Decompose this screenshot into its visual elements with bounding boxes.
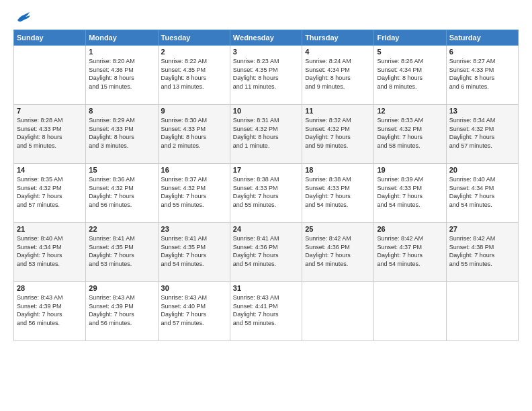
calendar-cell: 8Sunrise: 8:29 AMSunset: 4:33 PMDaylight… bbox=[86, 105, 158, 164]
day-info: Sunrise: 8:40 AMSunset: 4:34 PMDaylight:… bbox=[449, 175, 515, 209]
calendar-cell: 29Sunrise: 8:43 AMSunset: 4:39 PMDayligh… bbox=[86, 282, 158, 341]
day-number: 19 bbox=[377, 166, 443, 174]
calendar-week-1: 1Sunrise: 8:20 AMSunset: 4:36 PMDaylight… bbox=[14, 46, 519, 105]
day-number: 17 bbox=[233, 166, 299, 174]
calendar-week-4: 21Sunrise: 8:40 AMSunset: 4:34 PMDayligh… bbox=[14, 223, 519, 282]
day-number: 8 bbox=[89, 107, 154, 115]
calendar-cell: 5Sunrise: 8:26 AMSunset: 4:34 PMDaylight… bbox=[374, 46, 446, 105]
calendar-cell bbox=[374, 282, 446, 341]
day-number: 26 bbox=[377, 225, 443, 233]
calendar-cell: 4Sunrise: 8:24 AMSunset: 4:34 PMDaylight… bbox=[302, 46, 374, 105]
day-number: 13 bbox=[449, 107, 515, 115]
calendar-cell: 6Sunrise: 8:27 AMSunset: 4:33 PMDaylight… bbox=[446, 46, 518, 105]
header bbox=[13, 11, 519, 23]
calendar-cell: 10Sunrise: 8:31 AMSunset: 4:32 PMDayligh… bbox=[230, 105, 302, 164]
day-info: Sunrise: 8:23 AMSunset: 4:35 PMDaylight:… bbox=[233, 57, 299, 91]
day-info: Sunrise: 8:36 AMSunset: 4:32 PMDaylight:… bbox=[89, 175, 154, 209]
calendar-cell bbox=[14, 46, 86, 105]
day-info: Sunrise: 8:38 AMSunset: 4:33 PMDaylight:… bbox=[233, 175, 299, 209]
day-info: Sunrise: 8:42 AMSunset: 4:38 PMDaylight:… bbox=[449, 234, 515, 268]
day-info: Sunrise: 8:41 AMSunset: 4:35 PMDaylight:… bbox=[161, 234, 227, 268]
day-number: 4 bbox=[305, 48, 371, 56]
calendar-week-5: 28Sunrise: 8:43 AMSunset: 4:39 PMDayligh… bbox=[14, 282, 519, 341]
day-number: 16 bbox=[161, 166, 227, 174]
weekday-header-sunday: Sunday bbox=[14, 30, 86, 46]
day-number: 6 bbox=[449, 48, 515, 56]
day-number: 29 bbox=[89, 284, 154, 292]
calendar-cell: 17Sunrise: 8:38 AMSunset: 4:33 PMDayligh… bbox=[230, 164, 302, 223]
day-number: 23 bbox=[161, 225, 227, 233]
day-info: Sunrise: 8:28 AMSunset: 4:33 PMDaylight:… bbox=[17, 116, 83, 150]
day-info: Sunrise: 8:38 AMSunset: 4:33 PMDaylight:… bbox=[305, 175, 371, 209]
day-info: Sunrise: 8:34 AMSunset: 4:32 PMDaylight:… bbox=[449, 116, 515, 150]
day-number: 12 bbox=[377, 107, 443, 115]
weekday-header-monday: Monday bbox=[86, 30, 158, 46]
weekday-header-tuesday: Tuesday bbox=[158, 30, 230, 46]
day-info: Sunrise: 8:43 AMSunset: 4:39 PMDaylight:… bbox=[17, 293, 83, 327]
calendar-cell: 13Sunrise: 8:34 AMSunset: 4:32 PMDayligh… bbox=[446, 105, 518, 164]
day-info: Sunrise: 8:42 AMSunset: 4:36 PMDaylight:… bbox=[305, 234, 371, 268]
day-info: Sunrise: 8:40 AMSunset: 4:34 PMDaylight:… bbox=[17, 234, 83, 268]
calendar-cell bbox=[446, 282, 518, 341]
day-info: Sunrise: 8:26 AMSunset: 4:34 PMDaylight:… bbox=[377, 57, 443, 91]
day-number: 7 bbox=[17, 107, 83, 115]
logo-bird-icon bbox=[16, 11, 31, 23]
calendar-cell: 21Sunrise: 8:40 AMSunset: 4:34 PMDayligh… bbox=[14, 223, 86, 282]
calendar-cell: 22Sunrise: 8:41 AMSunset: 4:35 PMDayligh… bbox=[86, 223, 158, 282]
calendar-week-3: 14Sunrise: 8:35 AMSunset: 4:32 PMDayligh… bbox=[14, 164, 519, 223]
weekday-header-saturday: Saturday bbox=[446, 30, 518, 46]
weekday-header-row: SundayMondayTuesdayWednesdayThursdayFrid… bbox=[14, 30, 519, 46]
day-info: Sunrise: 8:35 AMSunset: 4:32 PMDaylight:… bbox=[17, 175, 83, 209]
day-number: 9 bbox=[161, 107, 227, 115]
day-info: Sunrise: 8:24 AMSunset: 4:34 PMDaylight:… bbox=[305, 57, 371, 91]
day-info: Sunrise: 8:22 AMSunset: 4:35 PMDaylight:… bbox=[161, 57, 227, 91]
day-info: Sunrise: 8:32 AMSunset: 4:32 PMDaylight:… bbox=[305, 116, 371, 150]
calendar-cell: 16Sunrise: 8:37 AMSunset: 4:32 PMDayligh… bbox=[158, 164, 230, 223]
day-info: Sunrise: 8:20 AMSunset: 4:36 PMDaylight:… bbox=[89, 57, 154, 91]
day-number: 15 bbox=[89, 166, 154, 174]
page: SundayMondayTuesdayWednesdayThursdayFrid… bbox=[0, 0, 532, 411]
calendar-cell: 18Sunrise: 8:38 AMSunset: 4:33 PMDayligh… bbox=[302, 164, 374, 223]
weekday-header-friday: Friday bbox=[374, 30, 446, 46]
calendar-cell: 28Sunrise: 8:43 AMSunset: 4:39 PMDayligh… bbox=[14, 282, 86, 341]
day-info: Sunrise: 8:39 AMSunset: 4:33 PMDaylight:… bbox=[377, 175, 443, 209]
calendar-cell: 19Sunrise: 8:39 AMSunset: 4:33 PMDayligh… bbox=[374, 164, 446, 223]
day-number: 1 bbox=[89, 48, 154, 56]
day-info: Sunrise: 8:27 AMSunset: 4:33 PMDaylight:… bbox=[449, 57, 515, 91]
day-number: 14 bbox=[17, 166, 83, 174]
day-info: Sunrise: 8:31 AMSunset: 4:32 PMDaylight:… bbox=[233, 116, 299, 150]
day-number: 11 bbox=[305, 107, 371, 115]
calendar-cell: 7Sunrise: 8:28 AMSunset: 4:33 PMDaylight… bbox=[14, 105, 86, 164]
day-number: 27 bbox=[449, 225, 515, 233]
calendar-cell: 9Sunrise: 8:30 AMSunset: 4:33 PMDaylight… bbox=[158, 105, 230, 164]
day-number: 25 bbox=[305, 225, 371, 233]
day-number: 18 bbox=[305, 166, 371, 174]
calendar-cell: 14Sunrise: 8:35 AMSunset: 4:32 PMDayligh… bbox=[14, 164, 86, 223]
calendar-table: SundayMondayTuesdayWednesdayThursdayFrid… bbox=[13, 30, 519, 341]
weekday-header-wednesday: Wednesday bbox=[230, 30, 302, 46]
calendar-cell: 11Sunrise: 8:32 AMSunset: 4:32 PMDayligh… bbox=[302, 105, 374, 164]
logo bbox=[13, 11, 32, 23]
calendar-cell: 30Sunrise: 8:43 AMSunset: 4:40 PMDayligh… bbox=[158, 282, 230, 341]
calendar-cell: 25Sunrise: 8:42 AMSunset: 4:36 PMDayligh… bbox=[302, 223, 374, 282]
day-number: 3 bbox=[233, 48, 299, 56]
day-number: 28 bbox=[17, 284, 83, 292]
day-number: 10 bbox=[233, 107, 299, 115]
calendar-cell: 20Sunrise: 8:40 AMSunset: 4:34 PMDayligh… bbox=[446, 164, 518, 223]
day-info: Sunrise: 8:43 AMSunset: 4:41 PMDaylight:… bbox=[233, 293, 299, 327]
day-info: Sunrise: 8:33 AMSunset: 4:32 PMDaylight:… bbox=[377, 116, 443, 150]
day-number: 5 bbox=[377, 48, 443, 56]
calendar-cell: 24Sunrise: 8:41 AMSunset: 4:36 PMDayligh… bbox=[230, 223, 302, 282]
day-info: Sunrise: 8:37 AMSunset: 4:32 PMDaylight:… bbox=[161, 175, 227, 209]
calendar-week-2: 7Sunrise: 8:28 AMSunset: 4:33 PMDaylight… bbox=[14, 105, 519, 164]
calendar-cell: 27Sunrise: 8:42 AMSunset: 4:38 PMDayligh… bbox=[446, 223, 518, 282]
calendar-cell bbox=[302, 282, 374, 341]
weekday-header-thursday: Thursday bbox=[302, 30, 374, 46]
day-info: Sunrise: 8:42 AMSunset: 4:37 PMDaylight:… bbox=[377, 234, 443, 268]
day-info: Sunrise: 8:43 AMSunset: 4:40 PMDaylight:… bbox=[161, 293, 227, 327]
calendar-cell: 2Sunrise: 8:22 AMSunset: 4:35 PMDaylight… bbox=[158, 46, 230, 105]
calendar-cell: 15Sunrise: 8:36 AMSunset: 4:32 PMDayligh… bbox=[86, 164, 158, 223]
calendar-cell: 26Sunrise: 8:42 AMSunset: 4:37 PMDayligh… bbox=[374, 223, 446, 282]
day-number: 30 bbox=[161, 284, 227, 292]
day-number: 22 bbox=[89, 225, 154, 233]
